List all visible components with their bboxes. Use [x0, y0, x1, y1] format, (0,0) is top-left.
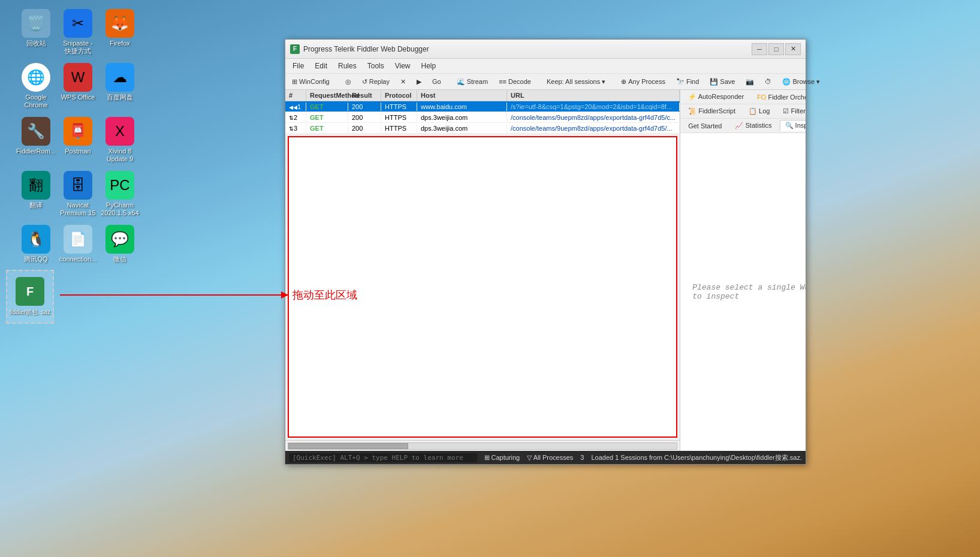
cell-protocol-3: HTTPS: [381, 124, 417, 133]
navicat-label: NavicatPremium 15: [60, 201, 95, 217]
cell-result-3: 200: [348, 124, 381, 133]
tab-inspectors[interactable]: 🔍 Inspectors: [780, 120, 806, 131]
desktop-icon-snipaste[interactable]: ✂ Snipaste -快捷方式: [57, 9, 99, 55]
connection-label: connection...: [59, 255, 97, 263]
menu-file[interactable]: File: [288, 60, 309, 72]
desktop-icon-baidu[interactable]: ☁ 百度网盘: [99, 63, 141, 101]
menu-tools[interactable]: Tools: [363, 60, 389, 72]
menu-view[interactable]: View: [390, 60, 415, 72]
qq-label: 腾讯QQ: [24, 255, 47, 263]
scrollbar-thumb[interactable]: [288, 443, 408, 449]
minimize-button[interactable]: ─: [752, 43, 767, 55]
fiddler-saz-file[interactable]: F fiddler抓包. saz: [6, 270, 54, 324]
desktop-icon-xlvind[interactable]: X Xlvind 8Update 9: [99, 117, 141, 163]
status-bar: ⊞ Capturing ▽ All Processes 3 Loaded 1 S…: [285, 451, 806, 464]
desktop-icon-wps[interactable]: W WPS Office: [57, 63, 99, 101]
cell-protocol-1: HTTPS: [381, 103, 417, 111]
header-protocol: Protocol: [381, 90, 417, 101]
right-tabs-row2: 📜 FiddlerScript 📋 Log ☑ Filters 📊 Timeli…: [680, 104, 806, 119]
desktop-icon-fiddlerrom[interactable]: 🔧 FiddlerRom...: [15, 117, 57, 155]
menu-edit[interactable]: Edit: [310, 60, 332, 72]
tab-fiddlerscript[interactable]: 📜 FiddlerScript: [683, 106, 741, 117]
autoresponder-icon: ⚡: [688, 93, 696, 100]
resume-button[interactable]: ▶: [412, 76, 426, 88]
keep-sessions-button[interactable]: Keep: All sessions ▾: [542, 76, 610, 88]
table-row[interactable]: ⇅2 GET 200 HTTPS dps.3weijia.com /consol…: [285, 112, 680, 123]
timer-button[interactable]: ⏱: [761, 76, 776, 87]
close-button[interactable]: ✕: [785, 43, 801, 55]
desktop-icon-pycharm[interactable]: PC PyCharm2020.1.5 x64: [99, 171, 141, 217]
cell-host-1: www.baidu.com: [417, 103, 507, 111]
stream-button[interactable]: 🌊 Stream: [453, 76, 492, 88]
remove-button[interactable]: ✕: [396, 76, 410, 88]
screenshot-button[interactable]: 📷: [741, 76, 758, 88]
replay-button[interactable]: ↺ Replay: [358, 76, 394, 88]
find-label: Find: [686, 78, 699, 85]
replay-label: Replay: [369, 78, 390, 85]
qq-icon: 🐧: [22, 225, 50, 254]
drop-zone[interactable]: [288, 136, 677, 438]
cell-url-3: /console/teams/9uepm8zd/apps/exportdata-…: [507, 124, 680, 133]
find-button[interactable]: 🔭 Find: [672, 76, 703, 88]
table-row[interactable]: ⇅3 GET 200 HTTPS dps.3weijia.com /consol…: [285, 123, 680, 134]
tab-filters[interactable]: ☑ Filters: [777, 106, 806, 117]
tab-get-started[interactable]: Get Started: [683, 121, 727, 131]
capturing-indicator: ⊞ Capturing: [484, 454, 520, 462]
browse-dropdown-icon: ▾: [816, 78, 820, 86]
tab-orchestra[interactable]: FO Fiddler Orchestra Beta: [752, 92, 806, 103]
tab-statistics[interactable]: 📈 Statistics: [729, 120, 777, 131]
fiddlerrom-icon: 🔧: [22, 117, 50, 146]
session-list: ◀◀1 GET 200 HTTPS www.baidu.com /s?ie=ut…: [285, 101, 680, 134]
navicat-icon: 🗄: [64, 171, 92, 200]
tab-autoresponder[interactable]: ⚡ AutoResponder: [683, 91, 749, 103]
cell-url-1: /s?ie=utf-8&csq=1&pstg=20&mod=2&isbd=1&c…: [507, 103, 680, 111]
desktop-icon-wechat[interactable]: 💬 微信: [99, 225, 141, 263]
postman-label: Postman: [65, 147, 91, 155]
desktop-icon-firefox[interactable]: 🦊 Firefox: [99, 9, 141, 47]
save-button[interactable]: 💾 Save: [705, 76, 739, 88]
xlvind-label: Xlvind 8Update 9: [107, 147, 134, 163]
filter-icon: ▽: [527, 454, 532, 461]
filter-indicator: ▽ All Processes: [527, 454, 573, 462]
any-process-button[interactable]: ⊕ Any Process: [617, 76, 670, 88]
header-result: Result: [348, 90, 381, 101]
quickexec-input[interactable]: [289, 453, 477, 462]
baidu-label: 百度网盘: [107, 94, 133, 101]
table-row[interactable]: ◀◀1 GET 200 HTTPS www.baidu.com /s?ie=ut…: [285, 101, 680, 112]
save-label: Save: [720, 78, 735, 85]
desktop-icon-translate[interactable]: 翻 翻译: [15, 171, 57, 209]
horizontal-scrollbar[interactable]: [288, 442, 677, 450]
decode-button[interactable]: ≡≡ Decode: [494, 76, 535, 87]
left-panel: # RequestMethod Result Protocol Host URL…: [285, 90, 680, 451]
stream-toggle-button[interactable]: ◎: [341, 76, 355, 88]
orchestra-icon: FO: [757, 94, 766, 101]
wps-icon: W: [64, 63, 92, 92]
right-tabs-row1: ⚡ AutoResponder FO Fiddler Orchestra Bet…: [680, 90, 806, 104]
xlvind-icon: X: [105, 117, 134, 146]
desktop-icon-postman[interactable]: 📮 Postman: [57, 117, 99, 155]
browse-icon: 🌐: [782, 78, 791, 86]
session-list-header: # RequestMethod Result Protocol Host URL: [285, 90, 680, 101]
fiddlerrom-label: FiddlerRom...: [16, 147, 56, 155]
desktop-icon-qq[interactable]: 🐧 腾讯QQ: [15, 225, 57, 263]
desktop-icon-navicat[interactable]: 🗄 NavicatPremium 15: [57, 171, 99, 217]
maximize-button[interactable]: □: [768, 43, 784, 55]
cell-host-2: dps.3weijia.com: [417, 113, 507, 122]
loaded-message: Loaded 1 Sessions from C:\Users\panchuny…: [591, 453, 802, 462]
desktop-icon-huizhi[interactable]: 🗑️ 回收站: [15, 9, 57, 47]
winconfig-button[interactable]: ⊞ WinConfig: [288, 76, 334, 88]
snipaste-icon: ✂: [64, 9, 92, 38]
browse-button[interactable]: 🌐 Browse ▾: [778, 76, 824, 88]
menu-help[interactable]: Help: [417, 60, 441, 72]
menu-rules[interactable]: Rules: [333, 60, 361, 72]
title-bar: F Progress Telerik Fiddler Web Debugger …: [285, 40, 806, 59]
desktop-icon-connection[interactable]: 📄 connection...: [57, 225, 99, 263]
tab-log[interactable]: 📋 Log: [743, 106, 775, 117]
fiddler-app-icon: F: [290, 44, 300, 54]
cell-method-3: GET: [306, 124, 348, 133]
horizontal-scrollbar-area: [285, 440, 680, 451]
connection-icon: 📄: [64, 225, 92, 254]
toolbar: ⊞ WinConfig ◎ ↺ Replay ✕ ▶ Go 🌊 Stream: [285, 74, 806, 90]
go-button[interactable]: Go: [428, 76, 445, 87]
desktop-icon-chrome[interactable]: 🌐 GoogleChrome: [15, 63, 57, 109]
